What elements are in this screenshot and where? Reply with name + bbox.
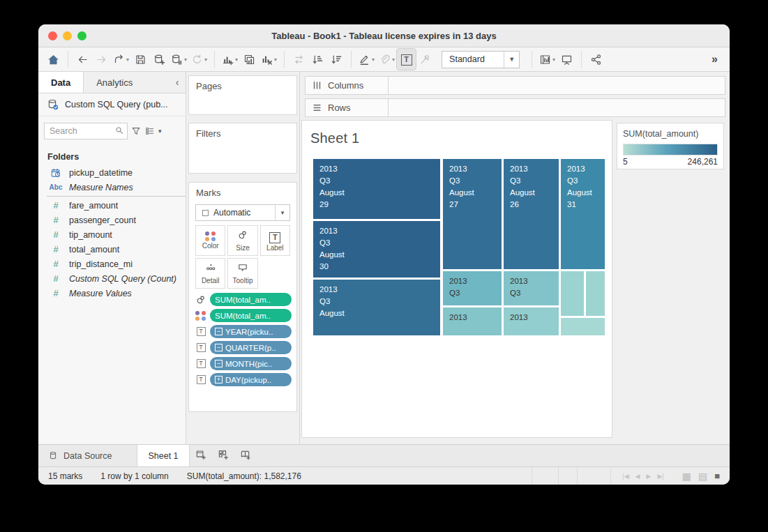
pill-expand-icon[interactable]: +: [215, 376, 223, 383]
pill-month-pic[interactable]: −MONTH(pic..: [210, 357, 292, 370]
fix-axes-button[interactable]: [416, 49, 435, 70]
view-options-caret-icon[interactable]: ▾: [158, 128, 162, 135]
fit-selector-caret-icon[interactable]: ▼: [504, 52, 519, 68]
duplicate-sheet-button[interactable]: [240, 49, 259, 70]
nav-first-icon[interactable]: |◀: [622, 473, 628, 480]
detail-button[interactable]: Detail: [195, 258, 225, 289]
collapse-pane-icon[interactable]: ‹: [169, 72, 186, 93]
columns-shelf[interactable]: Columns: [305, 76, 725, 95]
group-members-caret-icon[interactable]: ▾: [392, 56, 395, 63]
highlight-button[interactable]: ▾: [356, 49, 377, 70]
more-commands-button[interactable]: »: [705, 49, 724, 70]
field-fare-amount[interactable]: #fare_amount: [38, 198, 186, 213]
treemap-mark-2013[interactable]: 2013: [443, 307, 502, 335]
pill-collapse-icon[interactable]: −: [215, 360, 223, 367]
home-button[interactable]: [44, 49, 63, 70]
maximize-window-icon[interactable]: [77, 31, 86, 40]
pill-year-picku[interactable]: −YEAR(picku..: [210, 325, 292, 338]
field-pickup-datetime[interactable]: pickup_datetime: [38, 165, 186, 180]
group-members-button[interactable]: ▾: [377, 49, 397, 70]
label-button[interactable]: TLabel: [260, 225, 290, 256]
sort-descending-button[interactable]: [327, 49, 346, 70]
show-mark-labels-button[interactable]: T: [397, 49, 416, 70]
treemap-mark-small-12[interactable]: [561, 318, 605, 335]
tab-analytics[interactable]: Analytics: [84, 72, 145, 93]
nav-last-icon[interactable]: ▶|: [657, 473, 663, 480]
minimize-window-icon[interactable]: [63, 31, 72, 40]
rows-shelf[interactable]: Rows: [305, 98, 725, 117]
field-total-amount[interactable]: #total_amount: [38, 242, 186, 257]
redo-button[interactable]: ▾: [111, 49, 131, 70]
filmstrip-view-icon[interactable]: ▤: [698, 471, 707, 482]
treemap-mark-small-10[interactable]: [561, 271, 584, 316]
pill-sum-total-am[interactable]: SUM(total_am..: [210, 309, 292, 322]
tooltip-button[interactable]: Tooltip: [227, 258, 257, 289]
new-data-source-button[interactable]: [150, 49, 169, 70]
close-window-icon[interactable]: [48, 31, 57, 40]
tile-view-icon[interactable]: ▦: [682, 471, 691, 482]
columns-shelf-drop-area[interactable]: [389, 76, 725, 95]
fit-selector[interactable]: Standard▼: [442, 51, 520, 68]
field-trip-distance-mi[interactable]: #trip_distance_mi: [38, 257, 186, 271]
clear-sheet-button[interactable]: ▾: [259, 49, 279, 70]
treemap-mark-2013-q3[interactable]: 2013Q3: [443, 271, 502, 305]
treemap-mark-2013-q3-august-29[interactable]: 2013Q3August29: [313, 159, 440, 219]
new-worksheet-tab[interactable]: [190, 445, 212, 466]
swap-rows-and-columns-button[interactable]: [289, 49, 308, 70]
treemap-mark-2013-q3-august-30[interactable]: 2013Q3August30: [313, 221, 440, 278]
clear-sheet-caret-icon[interactable]: ▾: [274, 56, 277, 63]
field-tip-amount[interactable]: #tip_amount: [38, 227, 186, 242]
share-button[interactable]: [587, 49, 605, 70]
forward-button[interactable]: [92, 49, 111, 70]
new-worksheet-caret-icon[interactable]: ▾: [235, 56, 238, 63]
treemap-mark-2013-q3[interactable]: 2013Q3: [504, 271, 559, 305]
view-options-icon[interactable]: [145, 126, 155, 136]
pill-sum-total-am[interactable]: SUM(total_am..: [210, 293, 292, 306]
color-button[interactable]: Color: [195, 225, 225, 256]
data-source-connection[interactable]: Custom SQL Query (pub...: [38, 93, 186, 116]
tab-data-source[interactable]: Data Source: [38, 445, 137, 466]
full-view-icon[interactable]: ■: [714, 471, 720, 481]
new-worksheet-button[interactable]: ▾: [220, 49, 240, 70]
treemap-mark-2013-q3-august-26[interactable]: 2013Q3August26: [504, 159, 559, 269]
save-button[interactable]: [131, 49, 150, 70]
field-measure-names[interactable]: AbcMeasure Names: [38, 180, 186, 195]
new-dashboard-tab[interactable]: [212, 445, 234, 466]
treemap-mark-2013-q3-august-31[interactable]: 2013Q3August31: [561, 159, 605, 269]
show-hide-cards-button[interactable]: ▾: [537, 49, 557, 70]
presentation-mode-button[interactable]: [557, 49, 576, 70]
tab-data[interactable]: Data: [38, 72, 84, 93]
pill-quarter-p[interactable]: −QUARTER(p..: [210, 341, 292, 354]
pause-auto-updates-button[interactable]: ▾: [169, 49, 189, 70]
pages-card[interactable]: Pages: [188, 75, 297, 115]
mark-type-select[interactable]: Automatic ▾: [195, 204, 290, 221]
pill-day-pickup[interactable]: +DAY(pickup..: [210, 373, 292, 386]
new-story-tab[interactable]: [234, 445, 257, 466]
treemap-mark-2013-q3-august[interactable]: 2013Q3August: [313, 280, 440, 335]
color-legend[interactable]: SUM(total_amount) 5 246,261: [617, 123, 724, 169]
mark-type-caret-icon[interactable]: ▾: [275, 205, 289, 220]
tab-sheet1[interactable]: Sheet 1: [137, 445, 189, 466]
rows-shelf-drop-area[interactable]: [389, 98, 725, 117]
back-button[interactable]: [73, 49, 92, 70]
nav-next-icon[interactable]: ▶: [646, 473, 651, 480]
run-auto-updates-button[interactable]: ▾: [189, 49, 209, 70]
sort-ascending-button[interactable]: [308, 49, 327, 70]
redo-caret-icon[interactable]: ▾: [126, 56, 129, 63]
size-button[interactable]: Size: [227, 225, 257, 256]
pause-auto-updates-caret-icon[interactable]: ▾: [184, 56, 187, 63]
run-auto-updates-caret-icon[interactable]: ▾: [204, 56, 207, 63]
field-custom-sql-query-count[interactable]: #Custom SQL Query (Count): [38, 271, 186, 286]
field-passenger-count[interactable]: #passenger_count: [38, 213, 186, 227]
filters-card[interactable]: Filters: [188, 123, 297, 174]
show-hide-cards-caret-icon[interactable]: ▾: [552, 56, 555, 63]
pill-collapse-icon[interactable]: −: [215, 328, 223, 335]
filter-fields-icon[interactable]: [131, 126, 142, 137]
treemap-mark-small-11[interactable]: [586, 271, 605, 316]
treemap-mark-2013[interactable]: 2013: [504, 307, 559, 335]
treemap-mark-2013-q3-august-27[interactable]: 2013Q3August27: [443, 159, 502, 269]
field-measure-values[interactable]: #Measure Values: [38, 286, 186, 301]
nav-prev-icon[interactable]: ◀: [635, 473, 640, 480]
pill-collapse-icon[interactable]: −: [215, 344, 223, 351]
highlight-caret-icon[interactable]: ▾: [372, 56, 375, 63]
